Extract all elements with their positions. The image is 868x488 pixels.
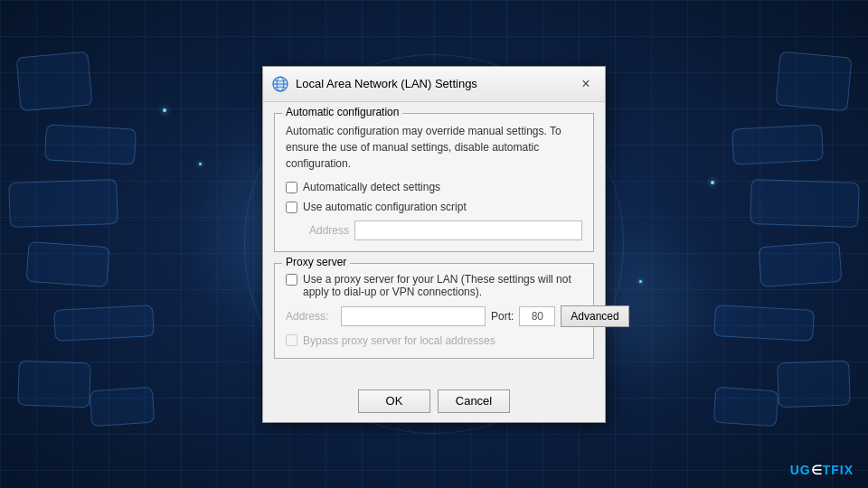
bypass-proxy-label: Bypass proxy server for local addresses — [303, 334, 495, 347]
dialog-titlebar: Local Area Network (LAN) Settings × — [263, 67, 605, 102]
watermark-text: UG — [790, 463, 811, 477]
dialog-body: Automatic configuration Automatic config… — [263, 102, 605, 380]
dialog-overlay: Local Area Network (LAN) Settings × Auto… — [0, 0, 868, 488]
proxy-enable-row: Use a proxy server for your LAN (These s… — [286, 273, 582, 298]
script-address-label: Address — [304, 224, 349, 237]
close-button[interactable]: × — [576, 74, 596, 94]
dialog-title: Local Area Network (LAN) Settings — [296, 77, 569, 90]
detect-settings-row: Automatically detect settings — [286, 181, 582, 193]
bypass-row: Bypass proxy server for local addresses — [286, 334, 582, 347]
port-input[interactable] — [519, 306, 555, 326]
globe-icon — [272, 76, 288, 92]
proxy-address-row: Address: Port: Advanced — [286, 305, 582, 327]
proxy-address-input[interactable] — [341, 306, 486, 326]
auto-config-description: Automatic configuration may override man… — [286, 123, 582, 172]
proxy-server-section: Proxy server Use a proxy server for your… — [274, 263, 594, 359]
watermark-fix: TFIX — [823, 463, 854, 477]
auto-script-label[interactable]: Use automatic configuration script — [303, 201, 467, 213]
script-address-input[interactable] — [354, 221, 582, 240]
bypass-proxy-checkbox[interactable] — [286, 334, 297, 346]
auto-script-row: Use automatic configuration script — [286, 201, 582, 213]
proxy-server-label: Proxy server — [282, 256, 350, 268]
watermark-symbol: ∈ — [811, 463, 823, 477]
ok-button[interactable]: OK — [358, 389, 430, 413]
dialog-footer: OK Cancel — [263, 380, 605, 422]
auto-config-section: Automatic configuration Automatic config… — [274, 113, 594, 252]
use-proxy-label[interactable]: Use a proxy server for your LAN (These s… — [303, 273, 582, 298]
auto-script-checkbox[interactable] — [286, 202, 297, 213]
advanced-button[interactable]: Advanced — [561, 305, 628, 327]
svg-point-3 — [273, 77, 288, 91]
port-label: Port: — [491, 310, 514, 323]
script-address-row: Address — [304, 221, 582, 240]
lan-settings-dialog: Local Area Network (LAN) Settings × Auto… — [262, 66, 606, 423]
proxy-addr-label: Address: — [286, 310, 335, 323]
auto-detect-label[interactable]: Automatically detect settings — [303, 181, 440, 193]
cancel-button[interactable]: Cancel — [438, 389, 510, 413]
auto-config-label: Automatic configuration — [282, 106, 402, 118]
watermark: UG∈TFIX — [790, 463, 854, 477]
auto-detect-checkbox[interactable] — [286, 182, 297, 193]
use-proxy-checkbox[interactable] — [286, 274, 297, 286]
